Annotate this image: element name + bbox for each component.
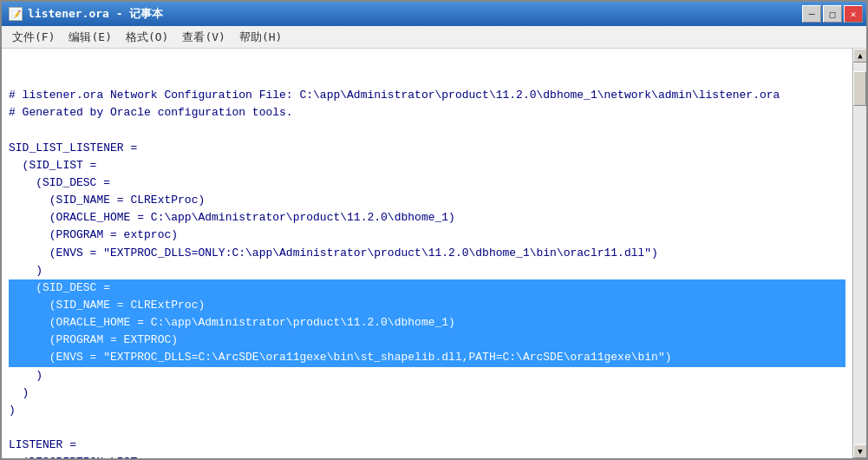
text-line: ) bbox=[9, 384, 845, 402]
window-title: listener.ora - 记事本 bbox=[28, 6, 163, 22]
text-line bbox=[9, 122, 845, 140]
text-line: # Generated by Oracle configuration tool… bbox=[9, 104, 845, 122]
text-line: (ENVS = "EXTPROC_DLLS=C:\ArcSDE\ora11gex… bbox=[9, 349, 845, 366]
menu-format[interactable]: 格式(O) bbox=[119, 28, 175, 47]
text-line: (SID_LIST = bbox=[9, 157, 845, 174]
main-window: 📝 listener.ora - 记事本 ─ □ ✕ 文件(F) 编辑(E) 格… bbox=[0, 0, 868, 460]
window-controls: ─ □ ✕ bbox=[802, 5, 863, 23]
text-line: SID_LIST_LISTENER = bbox=[9, 140, 845, 157]
text-line: (SID_DESC = bbox=[9, 174, 845, 192]
text-line: ) bbox=[9, 402, 845, 419]
menu-edit[interactable]: 编辑(E) bbox=[62, 28, 118, 47]
text-line: ) bbox=[9, 262, 845, 279]
text-line: (DESCRIPTION_LIST = bbox=[9, 454, 845, 458]
text-line bbox=[9, 419, 845, 437]
text-line: (ORACLE_HOME = C:\app\Administrator\prod… bbox=[9, 314, 845, 332]
menu-view[interactable]: 查看(V) bbox=[175, 28, 232, 47]
text-line: (PROGRAM = EXTPROC) bbox=[9, 332, 845, 349]
app-icon: 📝 bbox=[9, 7, 23, 21]
title-bar: 📝 listener.ora - 记事本 ─ □ ✕ bbox=[2, 2, 866, 26]
menu-file[interactable]: 文件(F) bbox=[5, 28, 62, 47]
scroll-track[interactable] bbox=[853, 62, 866, 444]
scroll-thumb[interactable] bbox=[853, 71, 866, 106]
menu-bar: 文件(F) 编辑(E) 格式(O) 查看(V) 帮助(H) bbox=[2, 26, 866, 49]
text-line: (ORACLE_HOME = C:\app\Administrator\prod… bbox=[9, 209, 845, 227]
text-line: ) bbox=[9, 367, 845, 384]
text-line: (SID_NAME = CLRExtProc) bbox=[9, 192, 845, 209]
minimize-button[interactable]: ─ bbox=[802, 5, 821, 23]
scroll-up-button[interactable]: ▲ bbox=[853, 49, 866, 62]
text-line: LISTENER = bbox=[9, 437, 845, 454]
text-line: # listener.ora Network Configuration Fil… bbox=[9, 87, 845, 104]
text-line: (SID_NAME = CLRExtProc) bbox=[9, 297, 845, 314]
vertical-scrollbar[interactable]: ▲ ▼ bbox=[852, 49, 866, 458]
title-bar-left: 📝 listener.ora - 记事本 bbox=[9, 6, 163, 22]
text-area-wrapper: # listener.ora Network Configuration Fil… bbox=[2, 49, 866, 458]
text-editor[interactable]: # listener.ora Network Configuration Fil… bbox=[2, 49, 852, 458]
text-line: (PROGRAM = extproc) bbox=[9, 227, 845, 244]
close-button[interactable]: ✕ bbox=[844, 5, 863, 23]
maximize-button[interactable]: □ bbox=[823, 5, 842, 23]
text-line: (SID_DESC = bbox=[9, 279, 845, 297]
menu-help[interactable]: 帮助(H) bbox=[232, 28, 289, 47]
scroll-down-button[interactable]: ▼ bbox=[853, 444, 866, 458]
text-line: (ENVS = "EXTPROC_DLLS=ONLY:C:\app\Admini… bbox=[9, 245, 845, 262]
